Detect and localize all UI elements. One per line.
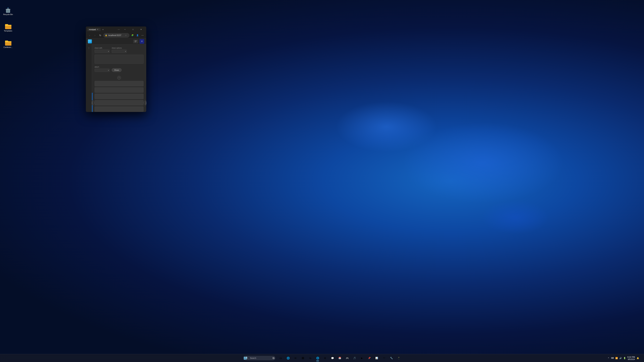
system-tray: ^ ⌨ 📶 🔊 🔋 bbox=[607, 357, 626, 360]
attach-label: attach bbox=[94, 66, 110, 68]
card-item-3[interactable] bbox=[94, 94, 144, 99]
browser-tabs: moxipad ✕ + bbox=[87, 27, 116, 31]
attach-row: attach Share bbox=[94, 66, 144, 72]
share-with-wrapper bbox=[94, 50, 110, 53]
scroll-up-icon: ⌃ bbox=[118, 77, 120, 79]
media-icon: ▶ bbox=[361, 357, 363, 359]
extensions-btn[interactable]: 🧩 bbox=[130, 33, 135, 38]
app2-btn[interactable]: 📊 bbox=[373, 355, 380, 362]
share-textarea[interactable] bbox=[94, 55, 144, 64]
notification-btn[interactable]: 🔔 bbox=[636, 357, 639, 360]
desktop-icon-conference[interactable]: Conferen... bbox=[1, 40, 15, 48]
svg-rect-2 bbox=[6, 9, 10, 9]
close-btn[interactable]: ✕ bbox=[137, 27, 145, 32]
templates-label: Templates bbox=[4, 30, 12, 32]
spotify-icon: 🎵 bbox=[353, 357, 356, 359]
mail-icon: ✉ bbox=[294, 357, 296, 360]
app4-icon: 🔧 bbox=[390, 357, 393, 359]
settings-btn[interactable]: ⋯ bbox=[140, 33, 145, 38]
card-item-1[interactable] bbox=[94, 81, 144, 86]
tab-menu-btn[interactable]: ⋯ bbox=[117, 28, 120, 31]
templates-icon-img bbox=[5, 23, 12, 30]
edge-btn[interactable]: 🌐 bbox=[285, 355, 292, 362]
desktop-icon-templates[interactable]: Templates bbox=[1, 23, 15, 32]
app3-icon: 🛡 bbox=[383, 357, 385, 359]
attach-field: attach bbox=[94, 66, 110, 72]
file-explorer-btn[interactable]: 🗂 bbox=[278, 355, 284, 362]
address-bar[interactable]: 🔒 localhost:5237 ☆ bbox=[103, 33, 130, 38]
browser-window: moxipad ✕ + ⋯ ─ □ ✕ ‹ › ↻ 🔒 localhost:52… bbox=[86, 26, 146, 112]
spotify-btn[interactable]: 🎵 bbox=[351, 355, 358, 362]
clock-time: 6:22 PM bbox=[628, 356, 635, 358]
keyboard-icon[interactable]: ⌨ bbox=[611, 357, 614, 360]
address-bar-actions: ☆ bbox=[124, 33, 128, 37]
volume-icon[interactable]: 🔊 bbox=[619, 357, 622, 360]
settings-icon: ⚙ bbox=[324, 357, 326, 360]
scroll-up-btn[interactable]: ⌃ bbox=[117, 76, 121, 80]
forward-btn[interactable]: › bbox=[92, 33, 97, 38]
tray-expand-btn[interactable]: ^ bbox=[607, 357, 610, 360]
share-row: share with share options bbox=[94, 47, 144, 53]
expand-tray-icon: ^ bbox=[608, 357, 609, 359]
share-with-label: share with bbox=[94, 47, 110, 49]
app1-btn[interactable]: 📌 bbox=[366, 355, 373, 362]
new-tab-btn[interactable]: + bbox=[101, 27, 105, 31]
app3-btn[interactable]: 🛡 bbox=[381, 355, 388, 362]
network-icon[interactable]: 📶 bbox=[615, 357, 618, 360]
taskbar: 🔍 ⧉ 🗂 🌐 ✉ 🖼 🛍 bbox=[0, 354, 644, 362]
card-item-4[interactable] bbox=[94, 100, 144, 105]
share-options-select[interactable] bbox=[112, 50, 127, 53]
card-list-container: ❮ bbox=[92, 80, 146, 112]
taskbar-center: 🔍 ⧉ 🗂 🌐 ✉ 🖼 🛍 bbox=[242, 355, 402, 362]
scroll-up-indicator: ⌃ bbox=[92, 75, 146, 80]
system-clock[interactable]: 6:22 PM 9/5/2024 bbox=[628, 356, 635, 360]
teams-icon: 💬 bbox=[331, 357, 334, 360]
logo-icon bbox=[88, 40, 92, 43]
battery-icon[interactable]: 🔋 bbox=[623, 357, 626, 360]
profile-btn[interactable]: 👤 bbox=[135, 33, 140, 38]
search-taskbar-input[interactable] bbox=[250, 357, 273, 359]
calendar-icon: 📅 bbox=[338, 357, 341, 359]
teams-btn[interactable]: 💬 bbox=[329, 355, 336, 362]
media-btn[interactable]: ▶ bbox=[358, 355, 365, 362]
card-item-2[interactable] bbox=[94, 87, 144, 93]
app4-btn[interactable]: 🔧 bbox=[388, 355, 395, 362]
user-avatar-btn[interactable]: U bbox=[140, 39, 144, 44]
share-button[interactable]: Share bbox=[112, 68, 122, 72]
share-options-field: share options bbox=[112, 47, 127, 53]
photos-btn[interactable]: 🖼 bbox=[300, 355, 306, 362]
app5-btn[interactable]: 📱 bbox=[396, 355, 402, 362]
clock-date: 9/5/2024 bbox=[628, 358, 635, 360]
store-btn[interactable]: 🛍 bbox=[307, 355, 314, 362]
attach-wrapper bbox=[94, 68, 110, 72]
xbox-btn[interactable]: 🎮 bbox=[344, 355, 350, 362]
back-btn[interactable]: ‹ bbox=[87, 33, 92, 38]
minimize-btn[interactable]: ─ bbox=[121, 27, 129, 32]
window-controls: ─ □ ✕ bbox=[121, 27, 145, 32]
sidebar-menu-icon[interactable]: ⋮ bbox=[86, 46, 91, 50]
card-item-5[interactable] bbox=[94, 106, 144, 112]
search-taskbar-btn[interactable]: 🔍 bbox=[249, 355, 269, 362]
settings-taskbar-btn[interactable]: ⚙ bbox=[322, 355, 328, 362]
share-with-select[interactable] bbox=[94, 50, 110, 53]
browser-taskbar-btn[interactable]: 🌐 bbox=[314, 355, 321, 362]
task-view-btn[interactable]: ⧉ bbox=[270, 355, 277, 362]
bookmark-btn[interactable]: ☆ bbox=[124, 33, 128, 37]
conference-label: Conferen... bbox=[4, 46, 12, 48]
card-list bbox=[92, 80, 146, 112]
secure-icon: 🔒 bbox=[105, 34, 107, 36]
tab-close-btn[interactable]: ✕ bbox=[97, 28, 98, 30]
calendar-btn[interactable]: 📅 bbox=[336, 355, 343, 362]
share-options-label: share options bbox=[112, 47, 127, 49]
conference-icon-img bbox=[5, 40, 12, 46]
mail-btn[interactable]: ✉ bbox=[292, 355, 299, 362]
app-menu-btn[interactable] bbox=[133, 39, 138, 43]
attach-select[interactable] bbox=[94, 68, 110, 72]
maximize-btn[interactable]: □ bbox=[129, 27, 137, 32]
show-desktop-btn[interactable] bbox=[641, 355, 641, 362]
browser-icon: 🌐 bbox=[316, 357, 319, 360]
browser-tab-active[interactable]: moxipad ✕ bbox=[87, 28, 100, 31]
refresh-btn[interactable]: ↻ bbox=[98, 33, 103, 38]
app1-icon: 📌 bbox=[368, 357, 371, 359]
desktop-icon-recycle-bin[interactable]: Recycle Bin bbox=[1, 7, 15, 15]
